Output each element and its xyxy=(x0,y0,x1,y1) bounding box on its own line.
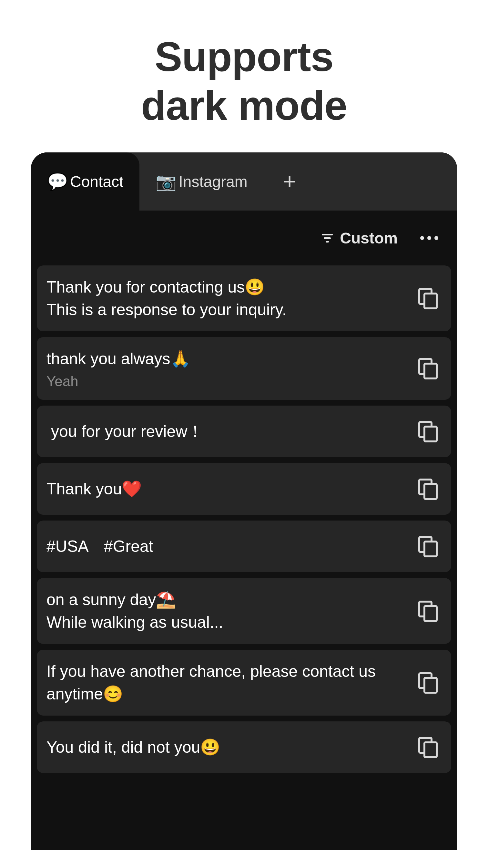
app-screen: 💬 Contact 📷 Instagram + Custom xyxy=(31,152,457,850)
copy-button[interactable] xyxy=(418,358,439,379)
snippet-list: Thank you for contacting us😃 This is a r… xyxy=(37,266,451,773)
sort-custom-button[interactable]: Custom xyxy=(322,229,398,247)
snippet-text: If you have another chance, please conta… xyxy=(46,660,412,705)
copy-icon xyxy=(423,540,438,557)
tab-label: Instagram xyxy=(178,173,247,190)
copy-icon xyxy=(423,605,438,622)
filter-label: Custom xyxy=(340,229,398,247)
copy-icon xyxy=(423,483,438,500)
copy-icon xyxy=(423,741,438,758)
snippet-text: thank you always🙏 xyxy=(46,347,412,370)
copy-icon xyxy=(423,292,438,309)
copy-icon xyxy=(423,426,438,442)
copy-button[interactable] xyxy=(418,672,439,693)
dot-icon xyxy=(427,236,431,240)
snippet-card[interactable]: Thank you for contacting us😃 This is a r… xyxy=(37,266,451,331)
snippet-text: Thank you❤️ xyxy=(46,477,412,500)
snippet-card[interactable]: thank you always🙏 Yeah xyxy=(37,337,451,400)
tab-label: Contact xyxy=(70,173,123,190)
page-headline: Supports dark mode xyxy=(0,0,488,130)
copy-button[interactable] xyxy=(418,288,439,309)
snippet-card[interactable]: you for your review！ xyxy=(37,406,451,457)
more-button[interactable] xyxy=(420,236,438,240)
dot-icon xyxy=(434,236,438,240)
snippet-text: you for your review！ xyxy=(46,420,412,443)
copy-button[interactable] xyxy=(418,737,439,757)
copy-icon xyxy=(423,677,438,693)
snippet-card[interactable]: You did it, did not you😃 xyxy=(37,721,451,773)
snippet-text: Thank you for contacting us😃 This is a r… xyxy=(46,276,412,321)
snippet-card[interactable]: If you have another chance, please conta… xyxy=(37,650,451,716)
plus-icon: + xyxy=(283,168,296,194)
speech-bubble-icon: 💬 xyxy=(47,173,68,190)
snippet-card[interactable]: Thank you❤️ xyxy=(37,463,451,515)
snippet-subtext: Yeah xyxy=(46,373,412,390)
content-area: Custom Thank you for contacting us😃 This… xyxy=(31,211,457,850)
copy-icon xyxy=(423,363,438,379)
copy-button[interactable] xyxy=(418,536,439,557)
copy-button[interactable] xyxy=(418,600,439,621)
snippet-card[interactable]: on a sunny day⛱️ While walking as usual.… xyxy=(37,578,451,644)
copy-button[interactable] xyxy=(418,421,439,442)
camera-icon: 📷 xyxy=(156,173,176,190)
tab-contact[interactable]: 💬 Contact xyxy=(31,152,139,211)
toolbar: Custom xyxy=(37,211,451,266)
snippet-text: on a sunny day⛱️ While walking as usual.… xyxy=(46,588,412,633)
headline-line1: Supports xyxy=(155,34,333,80)
add-tab-button[interactable]: + xyxy=(264,152,316,211)
dot-icon xyxy=(420,236,424,240)
snippet-text: #USA #Great xyxy=(46,535,412,558)
tab-instagram[interactable]: 📷 Instagram xyxy=(139,152,263,211)
tab-bar: 💬 Contact 📷 Instagram + xyxy=(31,152,457,211)
snippet-text: You did it, did not you😃 xyxy=(46,736,412,758)
snippet-card[interactable]: #USA #Great xyxy=(37,521,451,572)
filter-icon xyxy=(322,234,333,243)
headline-line2: dark mode xyxy=(141,82,347,128)
copy-button[interactable] xyxy=(418,478,439,499)
